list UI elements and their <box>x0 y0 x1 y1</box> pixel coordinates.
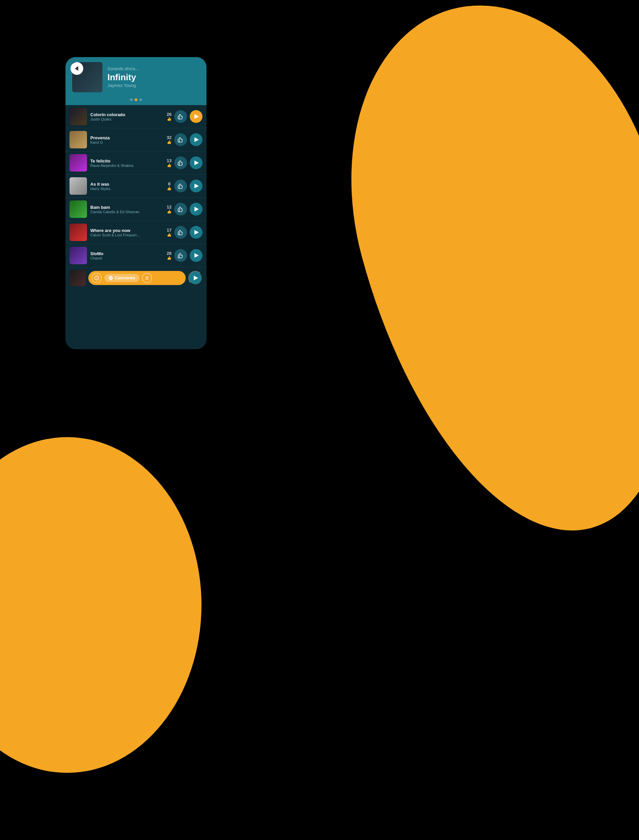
song-title-tefelicito: Te felicito <box>90 159 164 164</box>
play-button-whereareyou[interactable] <box>190 226 202 239</box>
canciones-tab[interactable]: Canciones <box>105 274 139 282</box>
svg-point-6 <box>148 278 148 278</box>
thumb-icon-bambam: 👍 <box>167 210 172 214</box>
play-triangle-whereareyou <box>194 230 199 235</box>
now-playing-area: Sonando ahora... Infinity Jaymes Young <box>65 57 207 96</box>
like-button-tefelicito[interactable] <box>174 156 187 169</box>
like-num-colorin: 26 <box>167 112 172 117</box>
thumb-icon-whereareyou: 👍 <box>167 233 172 237</box>
like-count-slomo: 26 👍 <box>167 251 172 260</box>
radio-tower-icon <box>108 276 113 280</box>
sonando-label: Sonando ahora... <box>108 67 200 71</box>
svg-point-1 <box>110 278 111 278</box>
like-svg-slomo <box>178 252 184 259</box>
song-artist-bambam: Camila Cabello & Ed Sheeran <box>90 210 164 214</box>
like-button-whereareyou[interactable] <box>174 226 187 239</box>
song-thumb-asitwas <box>70 177 87 195</box>
like-count-provenza: 32 👍 <box>167 135 172 144</box>
like-svg-whereareyou <box>178 229 184 235</box>
song-item-slomo: SloMo Chanel 26 👍 <box>65 244 207 267</box>
background-blob-bottom <box>0 437 202 773</box>
like-count-bambam: 12 👍 <box>167 205 172 214</box>
like-button-asitwas[interactable] <box>174 179 187 192</box>
song-info-slomo: SloMo Chanel <box>90 251 164 260</box>
like-button-colorin[interactable] <box>174 110 187 123</box>
song-thumb-slomo <box>70 247 87 264</box>
like-svg-tefelicito <box>178 160 184 166</box>
play-triangle-colorin <box>194 114 199 119</box>
song-artist-tefelicito: Rauw Alejandro & Shakira <box>90 164 164 168</box>
like-num-bambam: 12 <box>167 205 172 210</box>
song-artist-provenza: Karol G <box>90 140 164 144</box>
like-svg-colorin <box>178 113 184 119</box>
like-svg-provenza <box>178 137 184 143</box>
song-artist-asitwas: Harry Styles <box>90 187 164 191</box>
song-info-colorin: Colorín colorado Justin Quiles <box>90 112 164 121</box>
like-button-provenza[interactable] <box>174 133 187 146</box>
song-thumb-bambam <box>70 200 87 218</box>
song-actions-bambam: 12 👍 <box>167 203 202 216</box>
like-svg-asitwas <box>178 183 184 189</box>
like-num-asitwas: 8 <box>168 181 170 186</box>
song-thumb-whereareyou <box>70 224 87 241</box>
song-thumb-colorin <box>70 108 87 125</box>
like-count-asitwas: 8 👍 <box>167 181 172 191</box>
like-svg-bambam <box>178 206 184 212</box>
song-actions-slomo: 26 👍 <box>167 249 202 262</box>
song-item-as-it-was: As it was Harry Styles 8 👍 <box>65 175 207 198</box>
play-triangle-provenza <box>194 137 199 142</box>
play-triangle-tefelicito <box>194 160 199 165</box>
bottom-bar: i Canciones <box>65 267 207 290</box>
song-info-tefelicito: Te felicito Rauw Alejandro & Shakira <box>90 159 164 168</box>
song-title-asitwas: As it was <box>90 182 164 187</box>
thumb-icon-provenza: 👍 <box>167 140 172 144</box>
song-title-slomo: SloMo <box>90 251 164 256</box>
play-button-tefelicito[interactable] <box>190 156 202 169</box>
dot-2 <box>135 98 137 101</box>
thumb-icon-tefelicito: 👍 <box>167 163 172 168</box>
play-button-asitwas[interactable] <box>190 179 202 192</box>
song-artist-colorin: Justin Quiles <box>90 117 164 121</box>
song-actions-colorin: 26 👍 <box>167 110 202 123</box>
play-button-slomo[interactable] <box>190 249 202 262</box>
svg-point-7 <box>146 279 147 279</box>
song-info-whereareyou: Where are you now Calum Scott & Lost Fre… <box>90 228 164 237</box>
song-info-asitwas: As it was Harry Styles <box>90 182 164 191</box>
like-count-tefelicito: 13 👍 <box>167 158 172 168</box>
like-count-whereareyou: 17 👍 <box>167 228 172 237</box>
mini-album-art <box>70 270 86 286</box>
song-item-colorin-colorado: Colorín colorado Justin Quiles 26 👍 <box>65 105 207 128</box>
thumb-icon-asitwas: 👍 <box>167 186 172 191</box>
dot-3 <box>139 98 142 101</box>
like-button-bambam[interactable] <box>174 203 187 216</box>
sliders-icon <box>145 276 149 280</box>
song-title-whereareyou: Where are you now <box>90 228 164 233</box>
play-button-bambam[interactable] <box>190 203 202 216</box>
bottom-play-button[interactable] <box>188 271 202 285</box>
now-playing-artist: Jaymes Young <box>108 83 200 88</box>
now-playing-header: Sonando ahora... Infinity Jaymes Young <box>65 57 207 105</box>
background-blob-top <box>306 0 639 567</box>
song-artist-slomo: Chanel <box>90 256 164 260</box>
song-title-colorin: Colorín colorado <box>90 112 164 117</box>
play-triangle-slomo <box>194 253 199 258</box>
info-button[interactable]: i <box>92 273 102 283</box>
play-button-provenza[interactable] <box>190 133 202 146</box>
song-info-bambam: Bam bam Camila Cabello & Ed Sheeran <box>90 205 164 214</box>
like-num-whereareyou: 17 <box>167 228 172 233</box>
thumb-icon-slomo: 👍 <box>167 256 172 260</box>
play-triangle-bambam <box>194 207 199 211</box>
like-button-slomo[interactable] <box>174 249 187 262</box>
sliders-button[interactable] <box>142 273 152 283</box>
thumb-icon-colorin: 👍 <box>167 117 172 121</box>
back-button[interactable] <box>70 62 83 75</box>
page-dots-indicator <box>65 96 207 105</box>
song-list: Colorín colorado Justin Quiles 26 👍 <box>65 105 207 267</box>
dot-1 <box>130 98 133 101</box>
song-title-bambam: Bam bam <box>90 205 164 210</box>
now-playing-info: Sonando ahora... Infinity Jaymes Young <box>108 67 200 88</box>
play-triangle-asitwas <box>194 184 199 188</box>
song-actions-asitwas: 8 👍 <box>167 179 202 192</box>
canciones-label: Canciones <box>115 276 135 280</box>
play-button-colorin[interactable] <box>190 110 202 123</box>
